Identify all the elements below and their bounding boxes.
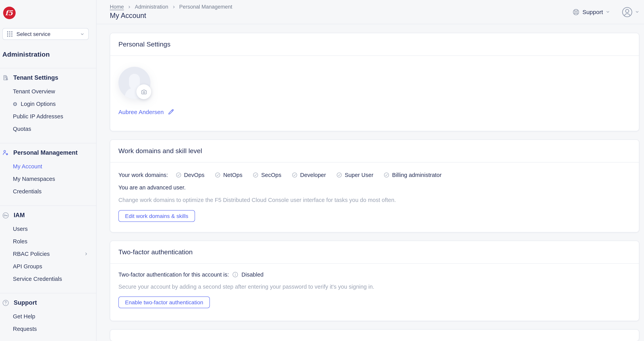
app-window: f5 Select service Administration Tenant … (0, 0, 644, 341)
sidebar-item-label: Service Credentials (13, 273, 62, 285)
two-factor-body: Two-factor authentication for this accou… (110, 264, 639, 321)
edit-work-domains-button[interactable]: Edit work domains & skills (118, 210, 195, 222)
check-circle-icon (176, 172, 181, 178)
sidebar-group-header-tenant-settings: Tenant Settings (2, 74, 96, 82)
work-domains-card: Work domains and skill level Your work d… (110, 139, 639, 232)
sidebar-group-header-support: Support (2, 299, 96, 307)
user-menu[interactable] (622, 6, 639, 17)
grid-icon (7, 31, 13, 37)
sidebar-item-label: Roles (13, 235, 27, 248)
service-selector-label: Select service (16, 31, 80, 37)
sidebar-title: Administration (2, 51, 96, 59)
support-menu[interactable]: Support (573, 8, 610, 15)
sidebar-item-api-groups[interactable]: API Groups (0, 260, 96, 273)
breadcrumb: Home Administration Personal Management (110, 4, 232, 10)
f5-logo: f5 (3, 7, 16, 19)
sidebar-group-title: Tenant Settings (13, 74, 58, 81)
check-circle-icon (292, 172, 298, 178)
sidebar-item-label: Public IP Addresses (13, 110, 63, 123)
chevron-down-icon (606, 10, 610, 14)
sidebar-item-service-credentials[interactable]: Service Credentials (0, 273, 96, 285)
sidebar-group-title: Support (14, 299, 37, 306)
lock-icon (13, 102, 17, 106)
card-title: Personal Settings (118, 40, 170, 48)
sidebar-item-get-help[interactable]: Get Help (0, 310, 96, 323)
lifebuoy-icon (573, 8, 580, 15)
work-domains-label: Your work domains: (118, 172, 168, 178)
sidebar-group-title: IAM (14, 212, 25, 219)
sidebar-item-credentials[interactable]: Credentials (0, 185, 96, 198)
key-icon (2, 212, 9, 219)
f5-logo-text: f5 (5, 9, 13, 16)
change-photo-button[interactable] (136, 84, 151, 99)
sidebar-divider (0, 293, 96, 293)
service-selector[interactable]: Select service (2, 28, 89, 40)
sidebar-item-tenant-overview[interactable]: Tenant Overview (0, 85, 96, 98)
card-header: Personal Settings (110, 33, 639, 56)
sidebar-item-rbac-policies[interactable]: RBAC Policies (0, 248, 96, 260)
sidebar-group-iam: IAM Users Roles RBAC Policies API Groups… (0, 211, 96, 293)
card-header: Two-factor authentication (110, 241, 639, 264)
domain-chip-developer: Developer (292, 172, 326, 178)
header-right: Support (573, 6, 639, 17)
two-factor-status-row: Two-factor authentication for this accou… (118, 272, 631, 278)
domain-chip-label: Developer (300, 172, 326, 178)
breadcrumb-home[interactable]: Home (110, 4, 124, 10)
sidebar-item-label: Get Help (13, 310, 35, 323)
two-factor-hint: Secure your account by adding a second s… (118, 284, 631, 290)
sidebar-item-label: Users (13, 223, 28, 235)
sidebar-item-my-account[interactable]: My Account (0, 160, 96, 173)
chevron-down-icon (635, 10, 639, 14)
sidebar-item-label: Requests (13, 323, 37, 335)
domain-chip-label: DevOps (184, 172, 204, 178)
domain-chip-label: Billing administrator (392, 172, 442, 178)
check-circle-icon (253, 172, 258, 178)
user-avatar-icon (622, 6, 633, 17)
check-circle-icon (215, 172, 220, 178)
sidebar-item-login-options[interactable]: Login Options (0, 98, 96, 110)
card-title: Two-factor authentication (118, 248, 193, 256)
sidebar-group-personal-management: Personal Management My Account My Namesp… (0, 149, 96, 205)
avatar (118, 67, 150, 99)
breadcrumb-separator-icon (172, 5, 176, 9)
content-area: Personal Settings (96, 24, 644, 341)
sidebar-item-label: Quotas (13, 123, 31, 135)
display-name-row: Aubree Andersen (118, 109, 631, 115)
breadcrumb-administration[interactable]: Administration (135, 4, 168, 10)
card-header: Work domains and skill level (110, 140, 639, 162)
sidebar-item-label: RBAC Policies (13, 248, 50, 260)
sidebar-item-label: Tenant Overview (13, 85, 55, 98)
breadcrumb-personal-management[interactable]: Personal Management (179, 4, 232, 10)
top-header: Home Administration Personal Management … (96, 0, 644, 24)
domain-chip-super-user: Super User (336, 172, 374, 178)
personal-settings-body: Aubree Andersen (110, 56, 639, 131)
sidebar-group-support: Support Get Help Requests (0, 299, 96, 341)
two-factor-status-value: Disabled (242, 272, 264, 278)
two-factor-card: Two-factor authentication Two-factor aut… (110, 241, 639, 321)
header-left: Home Administration Personal Management … (110, 0, 232, 24)
sidebar-group-tenant-settings: Tenant Settings Tenant Overview Login Op… (0, 74, 96, 143)
sidebar-item-quotas[interactable]: Quotas (0, 123, 96, 135)
info-icon[interactable] (232, 272, 238, 278)
main-area: Home Administration Personal Management … (96, 0, 644, 341)
check-circle-icon (336, 172, 342, 178)
edit-name-button[interactable] (168, 109, 174, 115)
sidebar-item-users[interactable]: Users (0, 223, 96, 235)
chevron-right-icon (84, 252, 88, 256)
domain-chip-billing-administrator: Billing administrator (384, 172, 442, 178)
enable-two-factor-button[interactable]: Enable two-factor authentication (118, 297, 210, 308)
domain-chip-label: Super User (345, 172, 374, 178)
support-menu-label: Support (582, 8, 603, 15)
sidebar: f5 Select service Administration Tenant … (0, 0, 96, 341)
domain-chip-netops: NetOps (215, 172, 242, 178)
sidebar-item-public-ip-addresses[interactable]: Public IP Addresses (0, 110, 96, 123)
sidebar-item-label: API Groups (13, 260, 42, 273)
two-factor-status-label: Two-factor authentication for this accou… (118, 272, 229, 278)
sidebar-item-my-namespaces[interactable]: My Namespaces (0, 173, 96, 185)
chevron-down-icon (80, 32, 84, 36)
sidebar-item-roles[interactable]: Roles (0, 235, 96, 248)
breadcrumb-separator-icon (128, 5, 131, 9)
sidebar-group-title: Personal Management (13, 149, 78, 156)
sidebar-item-requests[interactable]: Requests (0, 323, 96, 335)
domain-chip-label: SecOps (261, 172, 281, 178)
